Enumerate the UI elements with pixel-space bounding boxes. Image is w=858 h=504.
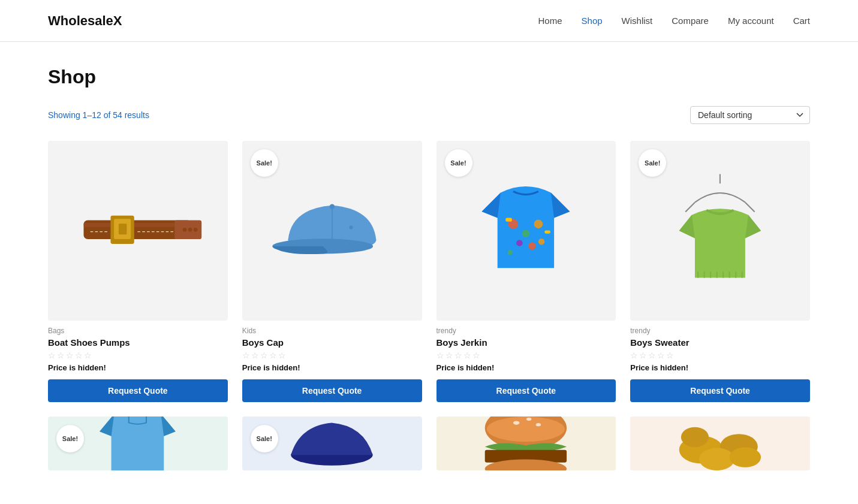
svg-line-26: [745, 203, 755, 212]
product-price-2: Price is hidden!: [242, 363, 422, 372]
results-text: Showing 1–12 of 54 results: [48, 110, 149, 120]
results-suffix: of 54 results: [101, 110, 149, 120]
sale-badge-3: Sale!: [445, 149, 472, 177]
results-prefix: Showing: [48, 110, 83, 120]
nav-my-account[interactable]: My account: [728, 16, 774, 26]
svg-point-16: [522, 230, 530, 238]
logo: WholesaleX: [48, 13, 122, 29]
svg-point-46: [681, 427, 709, 447]
product-card-4: Sale!: [630, 141, 810, 402]
svg-point-14: [349, 225, 353, 229]
product-card-7: [436, 417, 616, 476]
request-quote-btn-1[interactable]: Request Quote: [48, 379, 228, 402]
svg-point-18: [517, 240, 523, 246]
product-image-2: Sale!: [242, 141, 422, 321]
svg-rect-22: [506, 218, 512, 222]
product-stars-3: ☆ ☆ ☆ ☆ ☆: [436, 351, 616, 360]
svg-point-9: [183, 228, 187, 232]
product-category-3: trendy: [436, 327, 616, 335]
main-nav: Home Shop Wishlist Compare My account Ca…: [538, 16, 810, 26]
product-image-3: Sale!: [436, 141, 616, 321]
svg-point-37: [487, 417, 565, 442]
product-image-1: [48, 141, 228, 321]
main-content: Shop Showing 1–12 of 54 results Default …: [0, 42, 858, 500]
results-range: 1–12: [83, 110, 101, 120]
nav-cart[interactable]: Cart: [793, 16, 810, 26]
sale-badge-4: Sale!: [639, 149, 666, 177]
svg-point-45: [700, 448, 735, 470]
product-price-4: Price is hidden!: [630, 363, 810, 372]
product-image-6: Sale!: [242, 417, 422, 470]
nav-wishlist[interactable]: Wishlist: [622, 16, 653, 26]
request-quote-btn-4[interactable]: Request Quote: [630, 379, 810, 402]
product-price-3: Price is hidden!: [436, 363, 616, 372]
svg-point-40: [536, 423, 541, 426]
product-stars-2: ☆ ☆ ☆ ☆ ☆: [242, 351, 422, 360]
nav-shop[interactable]: Shop: [582, 16, 603, 26]
product-name-2: Boys Cap: [242, 337, 422, 348]
product-image-8: [630, 417, 810, 470]
products-grid-bottom: Sale! Sale!: [48, 417, 810, 476]
product-stars-4: ☆ ☆ ☆ ☆ ☆: [630, 351, 810, 360]
nav-home[interactable]: Home: [538, 16, 562, 26]
svg-point-47: [730, 447, 761, 467]
svg-point-13: [329, 204, 334, 209]
product-card-2: Sale! Kids Boys Cap: [242, 141, 422, 402]
product-image-7: [436, 417, 616, 470]
product-card-6: Sale!: [242, 417, 422, 476]
nav-compare[interactable]: Compare: [672, 16, 709, 26]
svg-point-38: [513, 421, 519, 424]
product-category-1: Bags: [48, 327, 228, 335]
request-quote-btn-3[interactable]: Request Quote: [436, 379, 616, 402]
svg-point-20: [508, 250, 513, 255]
products-grid: Bags Boat Shoes Pumps ☆ ☆ ☆ ☆ ☆ Price is…: [48, 141, 810, 402]
product-category-4: trendy: [630, 327, 810, 335]
product-price-1: Price is hidden!: [48, 363, 228, 372]
request-quote-btn-2[interactable]: Request Quote: [242, 379, 422, 402]
svg-rect-23: [545, 231, 550, 234]
product-card-1: Bags Boat Shoes Pumps ☆ ☆ ☆ ☆ ☆ Price is…: [48, 141, 228, 402]
header: WholesaleX Home Shop Wishlist Compare My…: [0, 0, 858, 42]
product-card-3: Sale!: [436, 141, 616, 402]
svg-point-8: [188, 228, 192, 232]
svg-rect-4: [119, 224, 127, 235]
product-stars-1: ☆ ☆ ☆ ☆ ☆: [48, 351, 228, 360]
sale-badge-6: Sale!: [251, 425, 278, 452]
svg-point-21: [538, 239, 544, 245]
toolbar: Showing 1–12 of 54 results Default sorti…: [48, 106, 810, 124]
product-name-4: Boys Sweater: [630, 337, 810, 348]
product-image-4: Sale!: [630, 141, 810, 321]
product-name-3: Boys Jerkin: [436, 337, 616, 348]
page-title: Shop: [48, 66, 810, 88]
product-category-2: Kids: [242, 327, 422, 335]
svg-line-25: [685, 203, 695, 212]
sale-badge-2: Sale!: [251, 149, 278, 177]
svg-point-19: [529, 243, 537, 251]
svg-point-39: [526, 417, 531, 420]
sort-select[interactable]: Default sorting Sort by popularity Sort …: [690, 106, 810, 124]
product-image-5: Sale!: [48, 417, 228, 470]
svg-point-17: [534, 220, 543, 229]
sale-badge-5: Sale!: [56, 425, 84, 452]
product-card-5: Sale!: [48, 417, 228, 476]
svg-point-10: [194, 228, 198, 232]
product-card-8: [630, 417, 810, 476]
product-name-1: Boat Shoes Pumps: [48, 337, 228, 348]
